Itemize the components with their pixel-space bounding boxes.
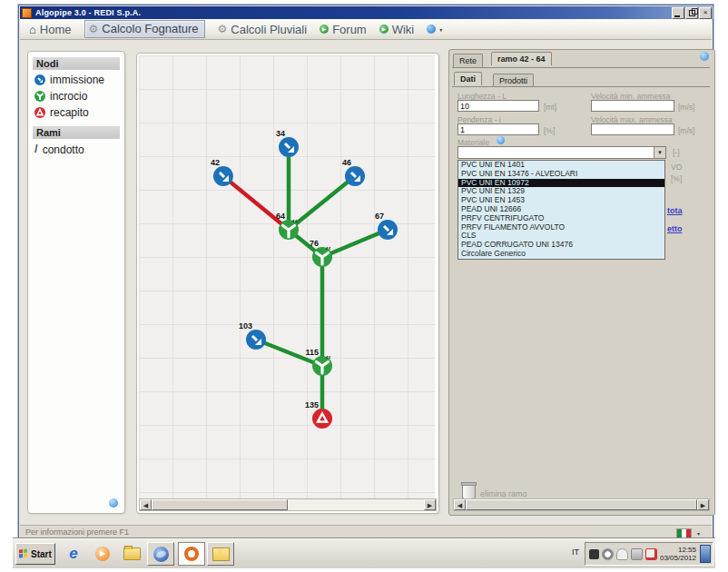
tray-time: 12:55 xyxy=(678,546,696,554)
tab-dati[interactable]: Dati xyxy=(454,72,482,85)
svg-text:‹‹: ‹‹ xyxy=(326,244,331,252)
edge-67-76[interactable] xyxy=(322,230,388,257)
gear-icon: ⚙ xyxy=(89,23,99,35)
tray-icon-3[interactable] xyxy=(616,548,628,560)
vel-max-unit: [m/s] xyxy=(678,126,694,135)
delete-branch-label: elimina ramo xyxy=(480,489,527,498)
sidebar-collapse-icon[interactable] xyxy=(109,498,118,508)
trash-icon[interactable] xyxy=(462,484,476,499)
tab-ramo-42-64[interactable]: ramo 42 - 64 xyxy=(491,52,552,65)
tray-icon-2[interactable] xyxy=(602,548,614,560)
flag-dropdown-icon[interactable]: ▾ xyxy=(697,530,700,537)
menu-item-home[interactable]: ⌂ Home xyxy=(29,23,72,36)
algopipe-icon xyxy=(184,547,199,561)
tray-language-indicator[interactable]: IT xyxy=(572,547,579,557)
internet-explorer-icon: e xyxy=(69,545,77,563)
tab-rete[interactable]: Rete xyxy=(453,54,483,67)
windows-logo-icon xyxy=(19,548,28,558)
restore-button[interactable] xyxy=(685,7,698,19)
map-scroll-thumb[interactable] xyxy=(152,499,288,510)
panel-collapse-icon[interactable] xyxy=(700,52,709,61)
pendenza-input[interactable] xyxy=(457,123,539,135)
materiale-combobox[interactable]: ▼ xyxy=(457,146,666,159)
minimize-icon xyxy=(674,15,680,17)
lunghezza-input[interactable] xyxy=(457,100,539,112)
title-bar[interactable]: Algopipe 3.0 - REDI S.p.A. × xyxy=(20,6,713,19)
combo-dropdown-icon[interactable]: ▼ xyxy=(654,147,665,158)
scroll-right-icon[interactable]: ▶ xyxy=(424,499,436,510)
scroll-left-icon[interactable]: ◀ xyxy=(140,499,152,510)
help-icon xyxy=(427,25,436,34)
svg-text:135: 135 xyxy=(305,400,319,409)
pendenza-unit: [%] xyxy=(544,126,555,135)
obscured-link-1[interactable]: tota xyxy=(667,206,683,215)
material-option[interactable]: Circolare Generico xyxy=(458,250,664,259)
svg-text:115: 115 xyxy=(305,348,319,357)
chevron-down-icon: ▾ xyxy=(439,26,442,33)
condotto-icon: / xyxy=(34,142,38,155)
obscured-link-2[interactable]: etto xyxy=(667,224,683,233)
vel-max-input[interactable] xyxy=(591,123,674,135)
tray-icon-4[interactable] xyxy=(631,548,643,560)
material-dropdown-list[interactable]: PVC UNI EN 1401PVC UNI EN 13476 - ALVEOL… xyxy=(457,160,665,260)
node-135[interactable]: 135 xyxy=(305,400,332,429)
legend-nodes-header: Nodi xyxy=(33,57,120,70)
quicklaunch-media-player[interactable]: ▶ xyxy=(89,542,116,566)
materiale-help-icon[interactable] xyxy=(497,136,505,144)
svg-text:76: 76 xyxy=(310,239,319,248)
menu-item-calcolo-fognature[interactable]: ⚙ Calcolo Fognature xyxy=(84,20,205,38)
material-option[interactable]: PRFV FILAMENTO AVVOLTO xyxy=(458,223,664,232)
forum-icon: ▶ xyxy=(320,25,329,34)
quicklaunch-browser-globe[interactable] xyxy=(147,542,174,566)
folder-icon xyxy=(123,547,141,560)
lunghezza-unit: [mt] xyxy=(544,103,556,112)
menu-bar: ⌂ Home ⚙ Calcolo Fognature ⚙ Calcoli Plu… xyxy=(20,19,712,40)
network-map-panel: 344246‹‹6467‹‹76103‹‹115135 ◀ ▶ xyxy=(136,53,439,514)
minimize-button[interactable] xyxy=(672,7,684,19)
map-horizontal-scrollbar[interactable]: ◀ ▶ xyxy=(139,498,437,511)
network-canvas[interactable]: 344246‹‹6467‹‹76103‹‹115135 xyxy=(139,55,435,498)
menu-item-wiki[interactable]: ▶ Wiki xyxy=(379,23,415,36)
help-menu-button[interactable]: ▾ xyxy=(427,25,442,34)
recapito-icon xyxy=(34,107,45,118)
mail-icon xyxy=(212,547,230,561)
media-player-icon: ▶ xyxy=(95,547,110,561)
menu-item-forum[interactable]: ▶ Forum xyxy=(320,23,367,36)
legend-item-incrocio: incrocio xyxy=(28,88,124,104)
immissione-icon xyxy=(34,74,45,85)
menu-item-calcoli-pluviali[interactable]: ⚙ Calcoli Pluviali xyxy=(218,23,308,36)
quicklaunch-messenger[interactable] xyxy=(118,542,145,566)
vel-min-input[interactable] xyxy=(591,100,674,112)
scroll-left-icon[interactable]: ◀ xyxy=(454,499,466,510)
status-text: Per informazioni premere F1 xyxy=(25,528,129,537)
node-103[interactable]: 103 xyxy=(239,321,266,350)
close-button[interactable]: × xyxy=(699,7,712,19)
edge-46-64[interactable] xyxy=(289,176,355,230)
tray-icon-1[interactable] xyxy=(589,549,599,559)
panel-horizontal-scrollbar[interactable]: ◀ ▶ xyxy=(453,498,710,511)
node-42[interactable]: 42 xyxy=(211,158,233,186)
node-76[interactable]: ‹‹76 xyxy=(310,239,332,267)
wiki-icon: ▶ xyxy=(379,25,389,34)
status-bar: Per informazioni premere F1 ▾ xyxy=(20,525,712,538)
tray-clock[interactable]: 12:55 03/05/2012 xyxy=(660,546,698,562)
quicklaunch-algopipe-active[interactable] xyxy=(178,542,205,566)
legend-branches-header: Rami xyxy=(33,126,120,139)
start-button[interactable]: Start xyxy=(15,543,55,565)
tray-icon-5[interactable] xyxy=(645,548,657,560)
show-desktop-icon[interactable] xyxy=(700,545,711,563)
svg-text:‹‹: ‹‹ xyxy=(326,353,331,361)
taskbar: Start e ▶ IT 12:55 03/05/2012 xyxy=(13,538,715,568)
vel-min-unit: [m/s] xyxy=(678,103,694,112)
quicklaunch-mail[interactable] xyxy=(207,542,234,566)
quicklaunch-internet-explorer[interactable]: e xyxy=(60,542,87,566)
edge-42-64[interactable] xyxy=(223,176,289,230)
panel-scroll-thumb[interactable] xyxy=(466,499,697,510)
svg-text:64: 64 xyxy=(276,212,285,221)
node-34[interactable]: 34 xyxy=(276,129,299,157)
svg-text:‹‹: ‹‹ xyxy=(292,217,298,225)
legend-sidebar: Nodi immissione incrocio recapito Rami xyxy=(27,51,125,514)
scroll-right-icon[interactable]: ▶ xyxy=(697,499,709,510)
tab-prodotti[interactable]: Prodotti xyxy=(493,74,534,87)
tray-date: 03/05/2012 xyxy=(660,554,696,562)
